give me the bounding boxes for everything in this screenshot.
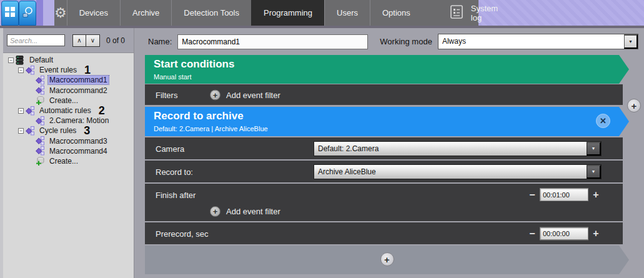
main-toolbar: ⚙ DevicesArchiveDetection ToolsProgrammi… (54, 0, 478, 26)
prerecord-time-field[interactable] (540, 227, 588, 240)
tree-item-label: Macrocommand2 (48, 86, 109, 95)
start-conditions-subtitle: Manual start (154, 73, 629, 81)
object-tree: −Default−Event rules1Macrocommand1Macroc… (3, 53, 134, 166)
create-icon (36, 156, 46, 166)
macro-icon (26, 106, 36, 116)
camera-search-button[interactable] (19, 1, 36, 26)
annotation-number: 3 (84, 126, 90, 136)
action-subtitle: Default: 2.Camera | Archive AliceBlue (154, 125, 629, 132)
tree-item-macrocommand2[interactable]: Macrocommand2 (3, 86, 134, 96)
add-event-filter-label: Add event filter (226, 207, 280, 216)
tree-item-create[interactable]: Create... (3, 96, 134, 106)
add-action-banner: + (145, 246, 629, 274)
macro-icon (36, 116, 46, 126)
macro-editor-panel: Name: Working mode Always ▼ Start condit… (134, 28, 644, 278)
layouts-button[interactable] (1, 1, 19, 26)
camera-row: Camera Default: 2.Camera ▼ (145, 137, 623, 159)
plus-button[interactable]: + (592, 227, 600, 240)
search-result-count: 0 of 0 (106, 36, 129, 45)
tree-item-label: Event rules (38, 66, 78, 74)
search-next-button[interactable]: ∨ (86, 34, 100, 47)
search-prev-button[interactable]: ∧ (72, 34, 86, 47)
macro-icon (26, 126, 36, 136)
finish-after-time-field[interactable] (540, 188, 588, 201)
magnifier-icon (22, 6, 34, 21)
tree-item-macrocommand1[interactable]: Macrocommand1 (3, 75, 134, 85)
tree-item-macrocommand3[interactable]: Macrocommand3 (3, 136, 134, 146)
prerecord-label: Prerecord, sec (156, 229, 209, 238)
camera-label: Camera (156, 144, 184, 153)
start-conditions-title: Start conditions (154, 58, 629, 71)
working-mode-dropdown[interactable]: Always ▼ (438, 34, 638, 49)
annotation-number: 1 (84, 65, 91, 75)
camera-value: Default: 2.Camera (314, 142, 587, 156)
plus-icon: + (210, 89, 220, 100)
action-title: Record to archive (154, 110, 629, 122)
tree-item-macrocommand4[interactable]: Macrocommand4 (3, 146, 134, 156)
start-conditions-banner[interactable]: Start conditions Manual start (145, 55, 629, 84)
tree-item-label: 2.Camera: Motion (48, 116, 110, 125)
purple-divider-dark (36, 0, 43, 26)
plus-button[interactable]: + (592, 189, 600, 201)
tab-archive[interactable]: Archive (120, 0, 171, 26)
system-log-button[interactable]: System log (440, 0, 508, 26)
working-mode-value: Always (438, 34, 624, 49)
record-to-label: Record to: (156, 167, 193, 176)
app-window: ⚙ DevicesArchiveDetection ToolsProgrammi… (0, 0, 644, 278)
gear-icon: ⚙ (54, 6, 67, 20)
tree-item-label: Cycle rules (38, 126, 77, 135)
tab-options[interactable]: Options (370, 0, 422, 26)
object-tree-panel: ∧ ∨ 0 of 0 −Default−Event rules1Macrocom… (0, 28, 134, 278)
tab-users[interactable]: Users (324, 0, 370, 26)
prerecord-row: Prerecord, sec − + (145, 222, 623, 244)
search-input[interactable] (7, 34, 65, 46)
add-event-filter-button[interactable]: + Add event filter (210, 89, 280, 100)
server-icon (16, 56, 26, 65)
finish-after-row: Finish after − + + Add event filter (145, 184, 623, 221)
add-action-side-button[interactable]: + (627, 99, 641, 112)
tab-detection-tools[interactable]: Detection Tools (171, 0, 251, 26)
tree-search-bar: ∧ ∨ 0 of 0 (3, 28, 134, 53)
chevron-down-icon[interactable]: ▼ (587, 165, 601, 179)
chevron-down-icon[interactable]: ▼ (587, 142, 601, 156)
tree-item-label: Macrocommand1 (48, 76, 109, 84)
working-mode-label: Working mode (380, 37, 432, 46)
tree-item-cycle-rules[interactable]: −Cycle rules3 (3, 126, 134, 136)
create-icon (36, 96, 46, 105)
tree-expander-icon[interactable]: − (8, 57, 14, 63)
tab-programming[interactable]: Programming (251, 0, 324, 26)
tree-item-event-rules[interactable]: −Event rules1 (3, 65, 134, 75)
record-to-archive-banner[interactable]: Record to archive Default: 2.Camera | Ar… (145, 107, 629, 136)
settings-gear-button[interactable]: ⚙ (54, 0, 67, 26)
tree-item-label: Create... (48, 157, 79, 166)
macro-icon (36, 146, 46, 156)
macro-name-input[interactable] (177, 34, 368, 49)
tree-item-label: Macrocommand4 (48, 147, 109, 156)
minus-button[interactable]: − (528, 189, 537, 201)
name-label: Name: (148, 37, 172, 46)
name-row: Name: Working mode Always ▼ (134, 28, 644, 55)
close-icon[interactable]: ✕ (596, 114, 610, 128)
tree-expander-icon[interactable]: − (18, 108, 24, 114)
grid-icon (4, 6, 16, 20)
tree-expander-icon[interactable]: − (18, 67, 24, 73)
record-to-value: Archive AliceBlue (314, 165, 587, 179)
tree-item-2-camera-motion[interactable]: 2.Camera: Motion (3, 116, 134, 126)
minus-button[interactable]: − (528, 227, 537, 240)
record-to-dropdown[interactable]: Archive AliceBlue ▼ (314, 164, 602, 179)
add-action-button[interactable]: + (380, 252, 394, 266)
tree-item-create[interactable]: Create... (3, 156, 134, 166)
record-to-row: Record to: Archive AliceBlue ▼ (145, 161, 623, 182)
filters-label: Filters (156, 90, 177, 99)
chevron-down-icon[interactable]: ▼ (624, 34, 638, 49)
tree-expander-icon[interactable]: − (18, 128, 24, 134)
search-nav-buttons: ∧ ∨ (72, 34, 100, 47)
tab-devices[interactable]: Devices (67, 0, 120, 26)
camera-dropdown[interactable]: Default: 2.Camera ▼ (314, 141, 602, 156)
finish-after-label: Finish after (156, 191, 196, 200)
tree-item-automatic-rules[interactable]: −Automatic rules2 (3, 106, 134, 116)
tree-item-default[interactable]: −Default (3, 55, 134, 65)
macro-icon (36, 136, 46, 146)
tree-item-label: Automatic rules (38, 106, 92, 115)
add-event-filter-button[interactable]: + Add event filter (210, 206, 280, 217)
